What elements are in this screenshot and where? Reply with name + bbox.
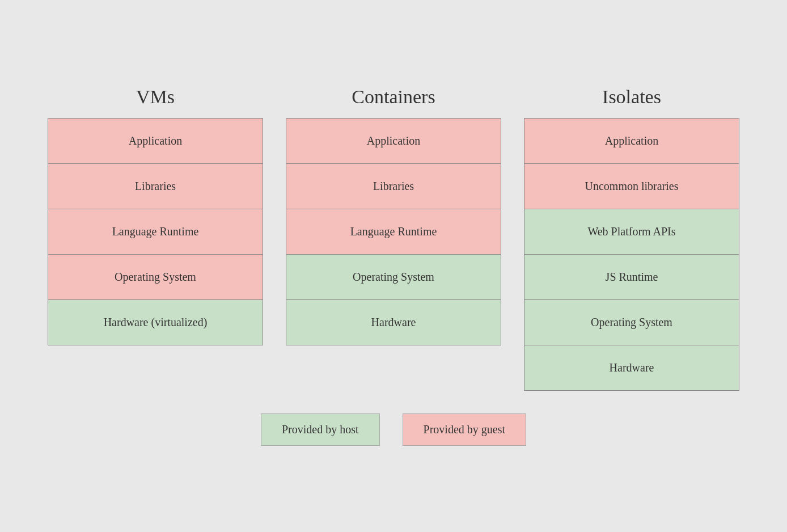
legend-row: Provided by hostProvided by guest xyxy=(261,413,526,446)
stack-cell-2-1: Uncommon libraries xyxy=(524,164,739,209)
stack-cell-0-2: Language Runtime xyxy=(48,209,263,255)
stack-cell-2-3: JS Runtime xyxy=(524,255,739,300)
stack-cell-1-4: Hardware xyxy=(286,300,501,345)
column-isolates: IsolatesApplicationUncommon librariesWeb… xyxy=(524,86,739,391)
stack-cell-2-4: Operating System xyxy=(524,300,739,345)
stack-cell-0-4: Hardware (virtualized) xyxy=(48,300,263,345)
legend-item-1: Provided by guest xyxy=(403,413,526,446)
stack-cell-1-1: Libraries xyxy=(286,164,501,209)
column-containers: ContainersApplicationLibrariesLanguage R… xyxy=(286,86,501,345)
column-title-2: Isolates xyxy=(602,86,661,108)
stack-0: ApplicationLibrariesLanguage RuntimeOper… xyxy=(48,118,263,345)
stack-cell-0-3: Operating System xyxy=(48,255,263,300)
stack-1: ApplicationLibrariesLanguage RuntimeOper… xyxy=(286,118,501,345)
stack-cell-1-3: Operating System xyxy=(286,255,501,300)
stack-cell-0-1: Libraries xyxy=(48,164,263,209)
stack-cell-2-5: Hardware xyxy=(524,345,739,390)
stack-cell-1-0: Application xyxy=(286,119,501,164)
stack-cell-2-0: Application xyxy=(524,119,739,164)
diagram-container: VMsApplicationLibrariesLanguage RuntimeO… xyxy=(48,86,739,446)
legend-item-0: Provided by host xyxy=(261,413,380,446)
stack-cell-1-2: Language Runtime xyxy=(286,209,501,255)
stack-2: ApplicationUncommon librariesWeb Platfor… xyxy=(524,118,739,391)
columns-row: VMsApplicationLibrariesLanguage RuntimeO… xyxy=(48,86,739,391)
column-vms: VMsApplicationLibrariesLanguage RuntimeO… xyxy=(48,86,263,345)
column-title-1: Containers xyxy=(352,86,435,108)
stack-cell-2-2: Web Platform APIs xyxy=(524,209,739,255)
column-title-0: VMs xyxy=(136,86,175,108)
stack-cell-0-0: Application xyxy=(48,119,263,164)
